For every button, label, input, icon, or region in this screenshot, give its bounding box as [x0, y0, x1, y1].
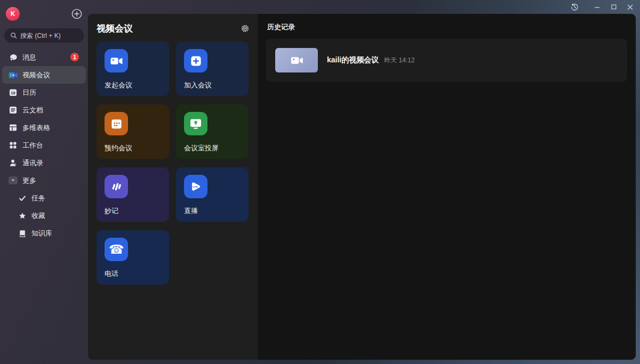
sidebar-item-more[interactable]: 更多: [0, 172, 88, 189]
sidebar-item-label: 收藏: [31, 211, 45, 221]
sidebar-item-contacts[interactable]: 通讯录: [0, 154, 88, 172]
tile-label: 会议室投屏: [184, 143, 249, 153]
sidebar-item-label: 消息: [22, 53, 36, 62]
sidebar-item-workplace[interactable]: 工作台: [0, 136, 88, 154]
calendar-date-icon: 16: [9, 88, 18, 96]
check-icon: [18, 195, 27, 202]
history-list: kaili的视频会议昨天 14:12: [258, 39, 636, 82]
close-button[interactable]: [622, 0, 638, 14]
history-title: 历史记录: [258, 14, 636, 32]
sidebar-item-label: 通讯录: [22, 158, 43, 168]
live-play-icon: LIVE: [184, 175, 207, 198]
sidebar-item-favorites[interactable]: 收藏: [0, 207, 88, 224]
sidebar-item-label: 日历: [22, 88, 36, 98]
maximize-button[interactable]: [605, 0, 622, 14]
sidebar-item-label: 云文档: [22, 106, 43, 115]
screen-cast-icon: [184, 112, 207, 135]
sidebar-item-label: 视频会议: [22, 70, 50, 80]
sidebar-item-base[interactable]: 多维表格: [0, 119, 88, 136]
close-icon: [627, 4, 634, 11]
sidebar-item-label: 更多: [22, 176, 36, 185]
minimize-icon: [594, 4, 601, 11]
video-camera-icon: [105, 49, 128, 72]
telephone-icon: ☎: [105, 238, 128, 261]
meeting-panel: 视频会议 发起会议加入会议预约会议会议室投屏妙记LIVE直播☎电话: [88, 14, 258, 360]
content-card: 视频会议 发起会议加入会议预约会议会议室投屏妙记LIVE直播☎电话 历史记录 k…: [88, 14, 636, 360]
window-controls: [566, 0, 638, 14]
search-box[interactable]: [4, 28, 84, 43]
svg-text:16: 16: [11, 91, 15, 95]
tile-label: 直播: [184, 206, 249, 216]
sidebar: K 消息1视频会议16日历云文档多维表格工作台通讯录更多任务收藏知识库: [0, 0, 88, 364]
settings-button[interactable]: [241, 24, 250, 33]
tile-label: 发起会议: [105, 80, 169, 90]
sidebar-item-wiki[interactable]: 知识库: [0, 224, 88, 242]
grid-table-icon: [9, 124, 18, 132]
chevron-down-icon: [9, 176, 18, 184]
sidebar-item-video-meetings[interactable]: 视频会议: [2, 66, 86, 84]
gear-icon: [241, 24, 250, 33]
sidebar-item-label: 工作台: [22, 141, 43, 150]
sidebar-item-label: 多维表格: [22, 123, 50, 133]
sidebar-nav: 消息1视频会议16日历云文档多维表格工作台通讯录更多任务收藏知识库: [0, 48, 88, 242]
brush-waves-icon: [105, 175, 128, 198]
cloud-doc-icon: [9, 106, 18, 114]
star-icon: [18, 212, 27, 220]
history-item[interactable]: kaili的视频会议昨天 14:12: [266, 39, 627, 82]
calendar-dots-icon: [105, 112, 128, 135]
meeting-tiles: 发起会议加入会议预约会议会议室投屏妙记LIVE直播☎电话: [88, 42, 258, 285]
minimize-button[interactable]: [589, 0, 605, 14]
meeting-panel-header: 视频会议: [88, 14, 258, 42]
plus-circle-icon: [71, 9, 82, 19]
history-panel: 历史记录 kaili的视频会议昨天 14:12: [258, 14, 636, 360]
search-icon: [10, 32, 17, 39]
sidebar-item-label: 任务: [31, 193, 45, 203]
avatar[interactable]: K: [6, 7, 20, 21]
sidebar-item-tasks[interactable]: 任务: [0, 189, 88, 207]
person-icon: [9, 159, 18, 167]
tile-label: 预约会议: [105, 143, 169, 153]
app-window: K 消息1视频会议16日历云文档多维表格工作台通讯录更多任务收藏知识库 视频会议…: [0, 0, 640, 364]
plus-square-icon: [184, 49, 207, 72]
tile-label: 妙记: [105, 206, 169, 216]
tile-live[interactable]: LIVE直播: [176, 167, 249, 222]
sidebar-item-calendar[interactable]: 16日历: [0, 84, 88, 101]
svg-text:LIVE: LIVE: [193, 185, 198, 188]
tile-schedule-meeting[interactable]: 预约会议: [97, 104, 169, 159]
tile-join-meeting[interactable]: 加入会议: [176, 42, 249, 96]
chat-bubble-icon: [9, 53, 18, 62]
tile-label: 加入会议: [184, 80, 249, 90]
history-item-title: kaili的视频会议: [327, 55, 379, 65]
sidebar-item-docs[interactable]: 云文档: [0, 101, 88, 119]
video-camera-icon: [290, 53, 304, 68]
meeting-thumbnail: [275, 48, 318, 72]
sidebar-top: K: [6, 7, 82, 21]
workbench-icon: [9, 141, 18, 149]
maximize-icon: [611, 4, 617, 10]
tile-label: 电话: [105, 269, 169, 279]
sidebar-item-messages[interactable]: 消息1: [0, 48, 88, 66]
book-icon: [18, 230, 27, 237]
video-camera-color-icon: [9, 71, 18, 79]
tile-minutes[interactable]: 妙记: [97, 167, 169, 222]
avatar-initial: K: [11, 10, 15, 18]
history-button[interactable]: [566, 0, 583, 14]
search-input[interactable]: [20, 32, 84, 39]
tile-room-cast[interactable]: 会议室投屏: [176, 104, 249, 159]
tile-phone[interactable]: ☎电话: [97, 230, 169, 285]
page-title: 视频会议: [97, 22, 133, 35]
create-button[interactable]: [71, 9, 82, 20]
history-clock-icon: [571, 3, 579, 11]
history-item-time: 昨天 14:12: [384, 56, 414, 65]
unread-badge: 1: [70, 53, 79, 61]
tile-new-meeting[interactable]: 发起会议: [97, 42, 169, 96]
sidebar-item-label: 知识库: [31, 229, 52, 238]
